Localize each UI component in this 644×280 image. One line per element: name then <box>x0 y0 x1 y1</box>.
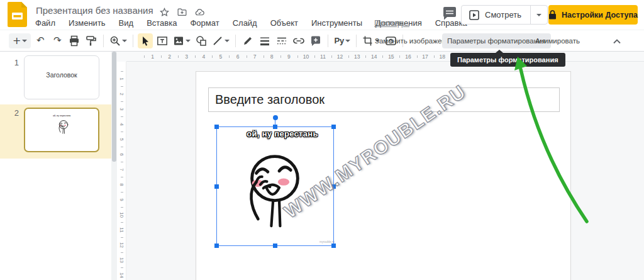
caret-down-icon <box>225 40 230 42</box>
text-box-tool[interactable] <box>155 33 170 48</box>
menu-item[interactable]: Слайд <box>233 18 257 28</box>
document-title[interactable]: Презентация без названия <box>36 5 153 16</box>
line-dash-icon <box>276 35 287 47</box>
filmstrip-scrollbar[interactable] <box>111 52 117 280</box>
lock-icon <box>548 10 557 20</box>
title-placeholder-text: Введите заголовок <box>209 88 559 107</box>
caret-down-icon <box>22 40 27 42</box>
ruler-number: 16 <box>399 52 416 62</box>
menu-item[interactable]: Формат <box>190 18 219 28</box>
line-weight-icon <box>259 35 270 47</box>
resize-handle-w[interactable] <box>214 184 219 189</box>
slide-row-2-selected[interactable]: 2 ой, ну перестань <box>0 104 111 159</box>
ruler-number: 4 <box>195 52 212 62</box>
resize-handle-sw[interactable] <box>214 244 219 248</box>
ruler-number: 5 <box>117 132 126 147</box>
image-icon <box>173 35 184 47</box>
caret-down-icon <box>186 40 191 42</box>
comments-icon[interactable] <box>442 7 457 21</box>
paint-format-button[interactable] <box>84 33 99 48</box>
ruler-number: 10 <box>117 207 126 222</box>
resize-handle-nw[interactable] <box>214 125 219 129</box>
menu-item[interactable]: Вставка <box>147 18 177 28</box>
ruler-number: 6 <box>229 52 246 62</box>
present-button-main[interactable]: Смотреть <box>462 6 530 24</box>
slide-number: 2 <box>9 108 19 118</box>
resize-handle-ne[interactable] <box>331 125 336 129</box>
title-placeholder-box[interactable]: Введите заголовок <box>208 87 560 112</box>
format-options-tooltip: Параметры форматирования <box>450 53 565 67</box>
border-dash-tool[interactable] <box>274 33 289 48</box>
add-comment-button[interactable] <box>308 33 323 48</box>
share-button[interactable]: Настройки Доступа <box>548 5 638 25</box>
menu-item[interactable]: Объект <box>270 18 298 28</box>
menu-item[interactable]: Файл <box>35 18 55 28</box>
line-tool[interactable] <box>211 33 231 48</box>
toolbar-separator <box>328 35 328 47</box>
rotation-handle[interactable] <box>273 115 278 120</box>
undo-icon: ↶ <box>36 36 45 45</box>
paint-roller-icon <box>86 35 97 47</box>
insert-link-button[interactable] <box>291 33 306 48</box>
ruler-number: 13 <box>117 252 126 267</box>
slide-canvas: Введите заголовок WWW.MYROUBLE.RU ой, ну… <box>126 62 644 280</box>
print-button[interactable] <box>67 33 82 48</box>
add-comment-icon <box>310 35 321 47</box>
caret-down-icon <box>345 40 350 42</box>
menu-item[interactable]: Изменить <box>69 18 106 28</box>
zoom-button[interactable] <box>108 33 128 48</box>
menu-item[interactable]: Инструменты <box>311 18 362 28</box>
current-slide[interactable]: Введите заголовок WWW.MYROUBLE.RU ой, ну… <box>196 71 571 280</box>
present-play-icon <box>469 10 479 20</box>
ruler-number: 10 <box>297 52 314 62</box>
print-icon <box>69 35 80 47</box>
redo-icon: ↷ <box>53 36 62 45</box>
ruler-number: 4 <box>117 116 126 132</box>
slide-thumbnail-1[interactable]: Заголовок <box>24 55 99 99</box>
slides-logo-icon[interactable] <box>8 2 27 28</box>
ruler-number: 1 <box>144 52 161 62</box>
resize-handle-se[interactable] <box>331 244 336 248</box>
menu-item[interactable]: Вид <box>119 18 134 28</box>
animate-label: Анимировать <box>535 37 580 45</box>
scrollbar-thumb[interactable] <box>112 52 116 162</box>
shape-tool[interactable] <box>194 33 209 48</box>
move-folder-icon[interactable] <box>177 7 187 18</box>
slide-row-1[interactable]: 1 Заголовок <box>0 54 111 103</box>
vertical-ruler: 1234567891011121314 <box>117 62 126 280</box>
google-slides-app: Презентация без названия ФайлИзменитьВид… <box>0 0 644 280</box>
toolbar-separator <box>356 35 357 47</box>
insert-image-tool[interactable] <box>172 33 192 48</box>
star-icon[interactable] <box>159 7 170 18</box>
fill-tool[interactable]: Ру <box>333 33 352 48</box>
thumbnail-title: Заголовок <box>25 71 99 79</box>
ruler-number: 13 <box>348 52 365 62</box>
slide-thumbnail-2[interactable]: ой, ну перестань <box>24 108 99 152</box>
resize-handle-n[interactable] <box>273 125 277 129</box>
resize-handle-s[interactable] <box>273 244 277 248</box>
border-color-tool[interactable] <box>240 33 255 48</box>
ruler-number: 3 <box>117 101 126 116</box>
text-box-icon <box>157 35 168 47</box>
collapse-toolbar-icon[interactable] <box>611 36 623 47</box>
shape-icon <box>196 35 207 47</box>
ruler-number: 14 <box>365 52 382 62</box>
slide-number: 1 <box>9 58 19 67</box>
present-dropdown[interactable] <box>530 6 547 24</box>
ruler-number: 12 <box>331 52 348 62</box>
ruler-number: 7 <box>247 52 264 62</box>
share-button-label: Настройки Доступа <box>562 11 638 20</box>
undo-button[interactable]: ↶ <box>33 33 48 48</box>
redo-button[interactable]: ↷ <box>50 33 65 48</box>
animate-button[interactable]: Анимировать <box>530 33 585 48</box>
caret-down-icon <box>122 40 127 42</box>
select-tool[interactable] <box>138 33 153 48</box>
ruler-number: 6 <box>117 147 126 162</box>
ruler-number: 2 <box>161 52 178 62</box>
last-edit-link[interactable]: Послед... <box>374 18 409 28</box>
ruler-number: 17 <box>417 52 434 62</box>
new-slide-button[interactable]: + <box>9 33 31 48</box>
ruler-number: 14 <box>117 267 126 280</box>
border-weight-tool[interactable] <box>257 33 272 48</box>
present-button[interactable]: Смотреть <box>461 5 548 25</box>
